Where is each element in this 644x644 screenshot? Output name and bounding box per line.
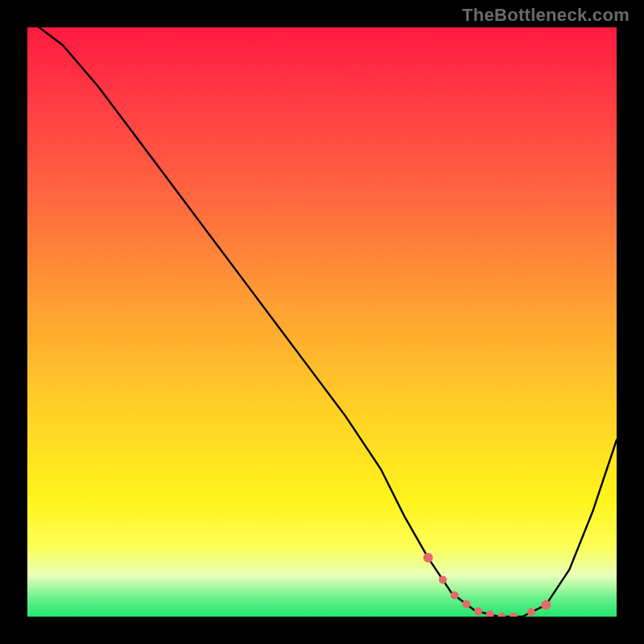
optimal-dot — [510, 613, 518, 617]
optimal-dots — [423, 553, 551, 617]
plot-inner — [27, 27, 617, 617]
optimal-dot — [439, 576, 447, 584]
optimal-dot — [451, 592, 459, 600]
optimal-dot — [527, 609, 535, 617]
optimal-dot — [474, 608, 482, 616]
optimal-dot — [423, 553, 433, 563]
chart-container: TheBottleneck.com — [0, 0, 644, 644]
optimal-dot — [486, 610, 494, 617]
bottleneck-curve — [39, 27, 617, 617]
optimal-dot — [462, 600, 470, 608]
watermark: TheBottleneck.com — [462, 5, 630, 26]
optimal-dot — [541, 600, 551, 609]
optimal-dot — [497, 613, 506, 617]
curve-svg — [27, 27, 617, 617]
plot-area — [27, 27, 617, 617]
